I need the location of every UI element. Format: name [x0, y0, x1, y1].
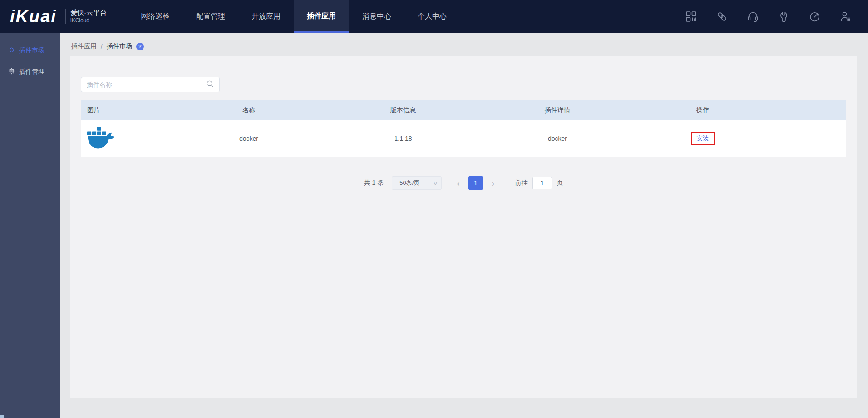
gear-icon: [8, 67, 15, 76]
top-navbar: iKuai 爱快·云平台 iKCloud 网络巡检 配置管理 开放应用 插件应用…: [0, 0, 868, 33]
goto-page-input[interactable]: [532, 177, 552, 189]
brand-divider: [65, 9, 66, 24]
search-button[interactable]: [200, 77, 219, 92]
puzzle-icon: [8, 46, 15, 55]
plugin-name-cell: docker: [172, 135, 326, 142]
goto-page-group: 前往 页: [515, 177, 563, 189]
col-header-detail: 插件详情: [480, 106, 635, 114]
col-header-action: 操作: [635, 106, 771, 114]
plugin-version-cell: 1.1.18: [326, 135, 480, 142]
install-link[interactable]: 安装: [696, 134, 709, 142]
wrench-icon[interactable]: [778, 10, 790, 23]
table-row: docker 1.1.18 docker 安装: [81, 120, 846, 157]
nav-tab-personal-center[interactable]: 个人中心: [404, 0, 460, 33]
pagination: 共 1 条 50条/页 ∨ ‹ 1 › 前往 页: [70, 176, 857, 190]
chevron-down-icon: ∨: [433, 180, 438, 186]
annotation-highlight-box: 安装: [691, 132, 715, 145]
search-icon: [206, 80, 214, 90]
main-nav: 网络巡检 配置管理 开放应用 插件应用 消息中心 个人中心: [128, 0, 460, 33]
app-window: iKuai 爱快·云平台 iKCloud 网络巡检 配置管理 开放应用 插件应用…: [0, 0, 868, 418]
col-header-name: 名称: [172, 106, 326, 114]
breadcrumb: 插件应用 / 插件市场 ?: [71, 42, 144, 50]
breadcrumb-separator: /: [101, 43, 103, 50]
gauge-icon[interactable]: [809, 10, 821, 23]
scrollbar-corner[interactable]: [0, 415, 4, 418]
prev-page-button[interactable]: ‹: [453, 176, 464, 190]
sidebar-item-label: 插件管理: [19, 68, 44, 76]
sidebar-item-label: 插件市场: [19, 46, 44, 55]
platform-name: 爱快·云平台: [70, 9, 107, 17]
pagination-total: 共 1 条: [364, 179, 384, 187]
breadcrumb-parent[interactable]: 插件应用: [71, 42, 97, 50]
plugin-action-cell: 安装: [635, 132, 771, 145]
col-header-image: 图片: [81, 106, 172, 114]
nav-tab-message-center[interactable]: 消息中心: [349, 0, 404, 33]
table-header: 图片 名称 版本信息 插件详情 操作: [81, 100, 846, 120]
link-icon[interactable]: [716, 10, 728, 23]
page-number-current[interactable]: 1: [468, 176, 483, 190]
plugin-detail-cell: docker: [480, 135, 635, 142]
nav-tab-plugin-apps[interactable]: 插件应用: [294, 0, 349, 33]
sidebar: 插件市场 插件管理: [0, 33, 60, 418]
content-area: 插件应用 / 插件市场 ?: [60, 33, 868, 418]
breadcrumb-current: 插件市场: [107, 42, 132, 50]
next-page-button[interactable]: ›: [488, 176, 498, 190]
nav-tab-config-management[interactable]: 配置管理: [183, 0, 238, 33]
docker-logo-icon: [87, 126, 172, 151]
user-menu-icon[interactable]: [839, 10, 852, 23]
nav-tab-network-inspection[interactable]: 网络巡检: [128, 0, 183, 33]
col-header-version: 版本信息: [326, 106, 480, 114]
plugin-market-card: 图片 名称 版本信息 插件详情 操作: [70, 56, 857, 398]
sidebar-item-plugin-management[interactable]: 插件管理: [0, 61, 60, 82]
page-size-select[interactable]: 50条/页 ∨: [392, 176, 442, 190]
headset-icon[interactable]: [747, 10, 759, 23]
sidebar-item-plugin-market[interactable]: 插件市场: [0, 40, 60, 61]
goto-unit: 页: [557, 179, 563, 187]
ikuai-logo: iKuai: [10, 7, 64, 26]
plugin-table: 图片 名称 版本信息 插件详情 操作: [81, 100, 846, 157]
search-input[interactable]: [81, 77, 200, 92]
apps-grid-icon[interactable]: [685, 10, 697, 23]
page-size-value: 50条/页: [399, 179, 419, 187]
plugin-image-cell: [81, 126, 172, 151]
search-box: [81, 77, 220, 92]
platform-title: 爱快·云平台 iKCloud: [70, 9, 107, 24]
goto-label: 前往: [515, 179, 528, 187]
help-icon[interactable]: ?: [136, 43, 144, 50]
nav-tab-open-apps[interactable]: 开放应用: [238, 0, 294, 33]
navbar-icon-group: [685, 0, 852, 33]
platform-subtitle: iKCloud: [70, 17, 107, 24]
